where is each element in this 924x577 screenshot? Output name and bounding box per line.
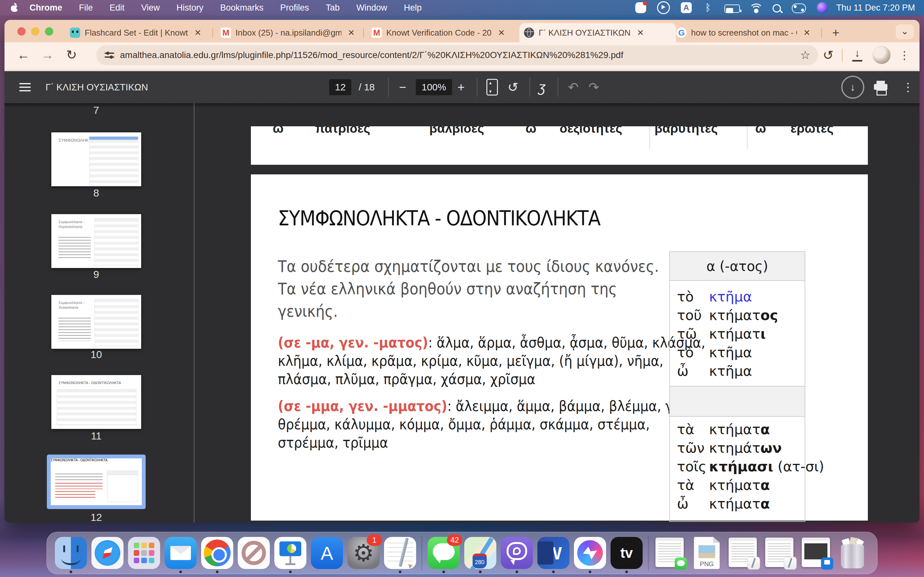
menubar-item-tab[interactable]: Tab — [326, 3, 340, 13]
pdf-menu-icon[interactable] — [19, 71, 31, 103]
tab-close-icon[interactable]: ✕ — [801, 28, 813, 38]
bookmark-star-icon[interactable]: ☆ — [800, 48, 811, 62]
dock-messages-icon[interactable]: 42 — [428, 537, 460, 569]
menubar-item-edit[interactable]: Edit — [110, 3, 125, 13]
page-count-label: / 18 — [359, 71, 375, 103]
thumbnail-page-8[interactable]: ΣΥΜΦΩΝΟΛΗΚΤΑ — [51, 132, 141, 186]
url-text[interactable]: amalthea.anatolia.edu.gr/lms/pluginfile.… — [120, 50, 796, 60]
zoom-window-button[interactable] — [45, 27, 53, 35]
menubar-item-help[interactable]: Help — [404, 3, 422, 13]
tab-google-search[interactable]: G how to screenshot on mac - G ✕ — [672, 23, 822, 42]
dock-appletv-icon[interactable]: tv — [611, 537, 643, 569]
dock-chrome-icon[interactable] — [201, 537, 233, 569]
menubar-item-view[interactable]: View — [141, 3, 160, 13]
dock-finder-icon[interactable] — [55, 537, 87, 569]
redo-button[interactable]: ↷ — [588, 71, 599, 103]
dock-mail-icon[interactable] — [165, 537, 197, 569]
profile-avatar[interactable] — [873, 46, 891, 64]
minimize-window-button[interactable] — [31, 27, 39, 35]
pdf-page-11-fragment: ὦ πατρίδες βαλβίδες ὦ δεξιότητες βαρύτητ… — [251, 126, 868, 165]
thumbnail-page-10[interactable]: Συμφωνόληκτα - Χειλικόληκτα — [51, 295, 141, 349]
chrome-menu-icon[interactable]: ⋮ — [899, 49, 910, 61]
viber-status-icon[interactable] — [635, 2, 646, 13]
battery-icon[interactable] — [724, 5, 740, 13]
menubar-clock[interactable]: Thu 11 Dec 7:20 PM — [836, 0, 915, 15]
tab-close-icon[interactable]: ✕ — [192, 28, 204, 38]
rule-block-ma: (σε -μα, γεν. -ματος): ἅλμα, ἅρμα, ἆσθμα… — [278, 334, 705, 388]
dock-appstore-icon[interactable]: A — [311, 537, 343, 569]
siri-icon[interactable] — [817, 2, 828, 13]
annotate-pen-icon[interactable]: ʒ — [538, 71, 545, 103]
history-icon[interactable]: ↺ — [822, 48, 834, 63]
spotlight-icon[interactable] — [772, 4, 781, 13]
playback-status-icon[interactable] — [657, 1, 670, 14]
back-button[interactable]: ← — [13, 45, 33, 65]
zoom-out-button[interactable]: − — [399, 71, 406, 103]
reload-button[interactable]: ↻ — [61, 45, 81, 65]
dock-png-file[interactable]: PNG — [691, 537, 723, 569]
dock-minimized-keynote-window[interactable] — [800, 537, 833, 569]
thumbnail-page-11[interactable]: ΣΥΜΦΩΝΟΛΗΚΤΑ - ΟΔΟΝΤΙΚΟΛΗΚΤΑ — [51, 375, 141, 429]
tab-pdf-active[interactable]: Γ΄ ΚΛΙΣΗ ΟΥΣΙΑΣΤΙΚΩΝ ✕ — [519, 23, 676, 42]
menubar-item-file[interactable]: File — [79, 3, 93, 13]
pdf-more-menu-icon[interactable]: ⋮ — [902, 71, 914, 103]
dock-separator — [422, 536, 422, 570]
dock-minimized-document-window[interactable] — [727, 537, 759, 569]
tab-flashcard-knowt[interactable]: Flashcard Set - Edit | Knowt ✕ — [65, 23, 216, 42]
dock-safari-icon[interactable] — [91, 537, 124, 569]
knowt-favicon — [70, 27, 80, 38]
zoom-level-input[interactable]: 100% — [416, 71, 452, 103]
dock-minimized-messages-window[interactable] — [654, 537, 686, 569]
dock-keynote-icon[interactable] — [274, 537, 306, 569]
thumbnail-page-9[interactable]: Συμφωνόληκτα - Ουρανικόληκτα — [51, 214, 141, 268]
downloads-icon[interactable]: ↓ — [851, 49, 864, 61]
thumbnail-page-12-selected[interactable]: ΣΥΜΦΩΝΟΛΗΚΤΑ - ΟΔΟΝΤΙΚΟΛΗΚΤΑ — [47, 455, 145, 509]
tab-gmail-inbox[interactable]: M Inbox (25) - na.ipsilandi@gma ✕ — [216, 23, 367, 42]
menubar-item-history[interactable]: History — [176, 3, 204, 13]
dock-settings-icon[interactable]: ⚙1 — [347, 537, 380, 569]
undo-button[interactable]: ↶ — [568, 71, 579, 103]
dock-messenger-icon[interactable] — [574, 537, 606, 569]
dock-launchpad-icon[interactable] — [128, 537, 160, 569]
bluetooth-icon[interactable]: ᛒ — [703, 2, 714, 13]
control-center-icon[interactable] — [792, 3, 806, 13]
dock-word-icon[interactable]: W — [537, 537, 569, 569]
apple-menu-icon[interactable] — [10, 3, 19, 12]
address-bar[interactable]: amalthea.anatolia.edu.gr/lms/pluginfile.… — [96, 45, 818, 65]
new-tab-button[interactable]: + — [832, 27, 839, 39]
pdf-content-area: 7 ΣΥΜΦΩΝΟΛΗΚΤΑ 8 Συμφωνόληκτα - Ουρανικό… — [5, 103, 919, 522]
tab-close-icon[interactable]: ✕ — [346, 28, 357, 38]
dock-maps-icon[interactable]: 280 — [464, 537, 496, 569]
menubar-item-profiles[interactable]: Profiles — [280, 3, 309, 13]
tab-search-button[interactable]: ⌄ — [896, 24, 914, 39]
settings-badge: 1 — [367, 534, 382, 546]
tab-close-icon[interactable]: ✕ — [635, 28, 646, 38]
wifi-icon[interactable] — [751, 2, 762, 13]
dock-viber-icon[interactable] — [501, 537, 533, 569]
pdf-toolbar: Γ΄ ΚΛΙΣΗ ΟΥΣΙΑΣΤΙΚΩΝ 12 / 18 − 100% + ↺ … — [5, 68, 919, 103]
dock-selfcontrol-icon[interactable] — [238, 537, 270, 569]
gmail-favicon: M — [221, 27, 231, 38]
forward-button[interactable]: → — [37, 45, 57, 65]
tab-close-icon[interactable]: ✕ — [496, 28, 507, 38]
dock-minimized-document-window[interactable] — [764, 537, 796, 569]
menubar-item-window[interactable]: Window — [357, 3, 387, 13]
app-a-status-icon[interactable]: A — [681, 2, 692, 13]
rotate-button[interactable]: ↺ — [507, 71, 519, 103]
dock-notes-icon[interactable] — [384, 537, 416, 569]
site-settings-icon[interactable] — [105, 50, 114, 60]
print-button[interactable] — [874, 71, 887, 103]
fit-page-button[interactable] — [486, 71, 498, 103]
rule-block-mma: (σε -μμα, γεν. -μματος): ἄλειμμα, ἅμμα, … — [278, 397, 719, 452]
menubar-item-bookmarks[interactable]: Bookmarks — [220, 3, 263, 13]
pdf-download-button[interactable]: ↓ — [841, 71, 864, 103]
close-window-button[interactable] — [17, 27, 26, 35]
page-number-input[interactable]: 12 — [329, 71, 351, 103]
pdf-page-12: ΣΥΜΦΩΝΟΛΗΚΤΑ - ΟΔΟΝΤΙΚΟΛΗΚΤΑ Τα ουδέτερα… — [251, 174, 868, 521]
table-header: α (-ατος) — [670, 252, 804, 281]
sidebar-scrollbar[interactable] — [194, 103, 194, 522]
dock-trash-icon[interactable] — [837, 537, 869, 569]
tab-knowt-verification[interactable]: M Knowt Verification Code - 20 ✕ — [367, 23, 520, 42]
zoom-in-button[interactable]: + — [457, 71, 465, 103]
menubar-item-chrome[interactable]: Chrome — [29, 3, 62, 13]
